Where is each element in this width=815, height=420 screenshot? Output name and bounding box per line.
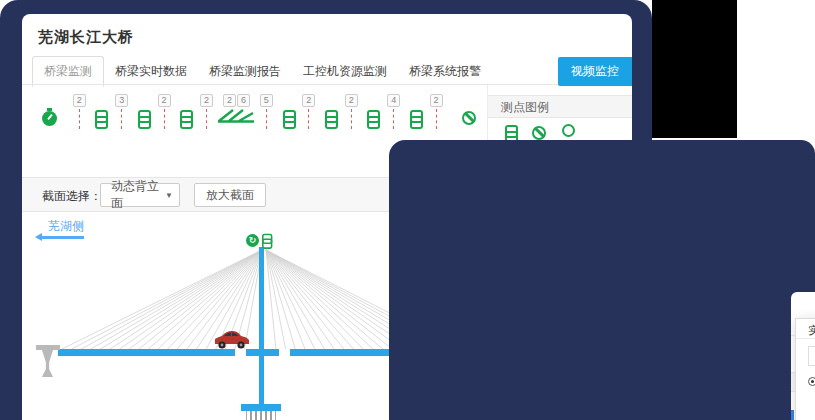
dashed-marker [351,109,352,129]
dashed-marker [436,109,437,129]
navy-card-secondary: 测点图例 温度 （9） 对比分析 对比分析 振动测点列表 实时曲线 × 实时曲线… [389,140,815,420]
chain-icon[interactable] [179,110,191,127]
dialog-header: 实时曲线 × [796,319,815,339]
dialog-title: 实时曲线 [808,323,815,338]
sensor-item-dash: 2 [425,94,446,129]
realtime-curve-dialog: 实时曲线 × 实时曲线图监控回放 最近两个月 - 查询 第七跨跨中振动 [795,318,815,420]
sensor-item-dash: 2 [196,94,217,129]
sensor-item-chain[interactable] [319,94,340,127]
no-entry-icon [532,126,546,140]
sensor-count-badge: 2 [73,94,86,107]
section-select-dropdown[interactable]: 动态背立面 ▼ [100,183,180,207]
car-illustration [210,327,252,354]
stopwatch-icon[interactable] [42,111,57,126]
dialog-tab-0[interactable]: 实时曲线图 [808,346,815,366]
main-tab-2[interactable]: 桥梁监测报告 [198,57,292,86]
dashed-marker [393,109,394,129]
sensor-item-dash: 4 [383,94,404,129]
page-title: 芜湖长江大桥 [38,28,134,47]
dashed-marker [266,109,267,129]
dashed-marker [308,109,309,129]
vibration-chart: 05001,0001,5002,0002,5002018-09-30 16:01… [796,389,815,420]
sensor-item-bridge[interactable]: 26 [217,94,256,123]
tower-foundation-cap [241,404,281,411]
no-entry-icon[interactable] [462,111,476,125]
deck-joint [279,349,290,356]
scrollbar-thumb[interactable] [791,410,794,420]
chain-icon[interactable] [137,110,149,127]
left-arrow-icon [38,236,84,239]
sensor-count-badge: 2 [345,94,358,107]
dashed-marker [164,109,165,129]
sensor-item-chain[interactable] [175,94,196,127]
chevron-down-icon: ▼ [165,191,173,200]
main-tab-0[interactable]: 桥梁监测 [32,56,104,87]
sensor-count-badge: 3 [115,94,128,107]
chain-icon[interactable] [324,110,336,127]
sensor-item-chain[interactable] [362,94,383,127]
bridge-pier [36,345,60,381]
sensor-item-noentry[interactable] [459,94,480,125]
main-tab-4[interactable]: 桥梁系统报警 [398,57,492,86]
sensor-icon-row: 232226 52242 [30,94,480,129]
sensor-item-dash: 2 [341,94,362,129]
sensor-item-stopwatch[interactable] [30,94,69,126]
section-select-value: 动态背立面 [111,178,165,212]
dialog-tab-bar: 实时曲线图监控回放 [808,346,815,366]
sensor-count-badge: 2 [200,94,213,107]
tab-underline [22,84,632,85]
chain-icon[interactable] [94,110,106,127]
sensor-item-dash: 2 [298,94,319,129]
sensor-count-badge: 2 [223,94,236,107]
chain-icon[interactable] [366,110,378,127]
rotate-sensor-icon[interactable]: ↻ [246,234,259,247]
sensor-item-dash: 2 [153,94,174,129]
dashed-marker [206,109,207,129]
bridge-tower [259,247,264,406]
chain-icon[interactable] [409,110,421,127]
video-monitor-button[interactable]: 视频监控 [558,57,632,86]
main-tab-bar: 桥梁监测桥梁实时数据桥梁监测报告工控机资源监测桥梁系统报警 [32,58,492,85]
truss-bridge-icon [218,107,254,123]
main-tab-1[interactable]: 桥梁实时数据 [104,57,198,86]
chain-icon[interactable] [261,234,271,248]
bridge-side-label: 芜湖侧 [48,218,84,235]
secondary-app-window: 测点图例 温度 （9） 对比分析 对比分析 振动测点列表 实时曲线 × 实时曲线… [791,292,815,420]
chain-icon[interactable] [282,110,294,127]
sensor-count-badge: 6 [237,94,250,107]
sensor-item-chain[interactable] [277,94,298,127]
backdrop-black-region [652,0,737,138]
sensor-item-dash: 2 [69,94,90,129]
main-tab-3[interactable]: 工控机资源监测 [292,57,398,86]
sensor-count-badge: 2 [430,94,443,107]
range-radio-row: 最近两个月 [808,374,815,389]
sensor-item-chain[interactable] [90,94,111,127]
sensor-item-dash: 5 [256,94,277,129]
sensor-item-chain[interactable] [404,94,425,127]
sensor-count-badge: 4 [387,94,400,107]
sensor-count-badge: 2 [302,94,315,107]
composite-screenshot: 芜湖长江大桥 桥梁监测桥梁实时数据桥梁监测报告工控机资源监测桥梁系统报警 视频监… [0,0,815,420]
tower-piles [246,411,276,420]
tower-sensor-icons: ↻ [246,231,272,249]
sensor-count-badge: 5 [260,94,273,107]
sensor-count-badge: 2 [158,94,171,107]
sensor-item-chain[interactable] [132,94,153,127]
zoom-section-button[interactable]: 放大截面 [194,183,266,207]
recent-two-months-radio[interactable] [808,377,815,386]
dashed-marker [121,109,122,129]
section-select-label: 截面选择： [42,188,102,205]
circle-icon [562,124,575,137]
sensor-item-dash: 3 [111,94,132,129]
legend-panel-header: 测点图例 [488,95,632,118]
dashed-marker [79,109,80,129]
